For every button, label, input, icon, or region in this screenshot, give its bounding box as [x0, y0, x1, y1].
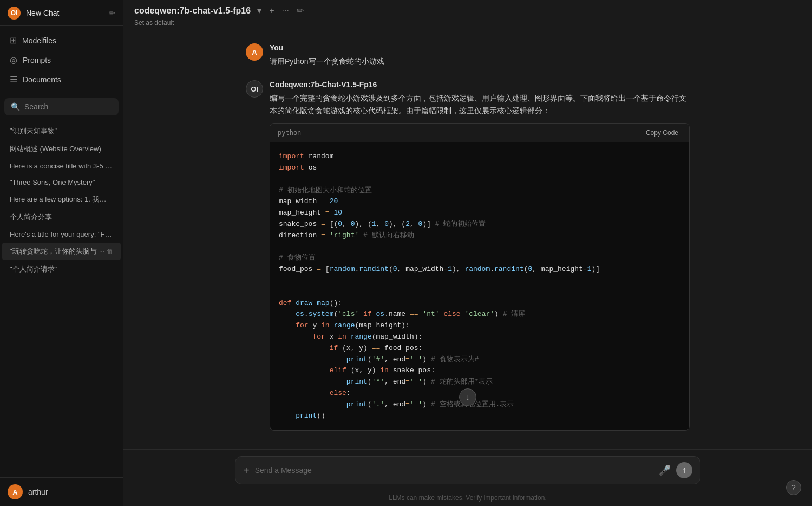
attach-button[interactable]: + — [243, 465, 250, 476]
app-logo: OI — [8, 7, 21, 20]
search-button[interactable]: 🔍 Search — [4, 98, 119, 115]
send-button[interactable]: ↑ — [676, 462, 692, 478]
history-more-icon[interactable]: ··· — [99, 248, 104, 255]
search-icon: 🔍 — [11, 102, 20, 111]
history-item-2[interactable]: 网站概述 (Website Overview) — [2, 140, 121, 158]
avatar: A — [8, 484, 23, 499]
user-profile[interactable]: A arthur — [0, 477, 123, 506]
history-item-5[interactable]: Here are a few options: 1. 我是AI话 — [2, 191, 121, 208]
new-chat-button[interactable]: OI New Chat ✏ — [0, 0, 123, 26]
message-input[interactable] — [255, 466, 652, 475]
history-item-3[interactable]: Here is a concise title with 3-5 word — [2, 158, 121, 174]
modelfiles-icon: ⊞ — [10, 35, 17, 46]
assistant-author: Codeqwen:7b-Chat-V1.5-Fp16 — [270, 80, 690, 89]
chat-header: codeqwen:7b-chat-v1.5-fp16 ▾ + ··· ✏ Set… — [123, 0, 812, 30]
code-header: python Copy Code — [270, 124, 689, 142]
mic-button[interactable]: 🎤 — [658, 463, 672, 477]
help-button[interactable]: ? — [786, 480, 801, 495]
scroll-to-bottom-button[interactable]: ↓ — [459, 388, 476, 406]
code-language: python — [278, 129, 301, 137]
footer-disclaimer: LLMs can make mistakes. Verify important… — [123, 491, 812, 506]
edit-icon[interactable]: ✏ — [109, 9, 115, 17]
history-item-7[interactable]: Here's a title for your query: "Furry I — [2, 226, 121, 242]
model-dropdown-button[interactable]: ▾ — [255, 3, 264, 18]
sidebar-item-label: Prompts — [23, 56, 51, 64]
assistant-avatar: OI — [246, 80, 263, 98]
sidebar-nav: ⊞ Modelfiles ◎ Prompts ☰ Documents — [0, 26, 123, 94]
chat-area: A You 请用Python写一个贪食蛇的小游戏 OI Codeqwen:7b-… — [123, 30, 812, 449]
message-author: You — [270, 43, 690, 52]
username: arthur — [28, 488, 48, 496]
sidebar: OI New Chat ✏ ⊞ Modelfiles ◎ Prompts ☰ D… — [0, 0, 123, 506]
add-model-button[interactable]: + — [267, 4, 276, 18]
message-input-container: + 🎤 ↑ — [235, 456, 700, 484]
edit-chat-button[interactable]: ✏ — [294, 3, 306, 18]
documents-icon: ☰ — [10, 74, 17, 85]
assistant-intro-text: 编写一个完整的贪食蛇小游戏涉及到多个方面，包括游戏逻辑、用户输入处理、图形界面等… — [270, 92, 690, 116]
sidebar-item-documents[interactable]: ☰ Documents — [2, 70, 121, 89]
search-label: Search — [24, 102, 48, 111]
user-message-text: 请用Python写一个贪食蛇的小游戏 — [270, 55, 690, 67]
prompts-icon: ◎ — [10, 55, 17, 65]
input-area: + 🎤 ↑ — [123, 449, 812, 491]
user-message: A You 请用Python写一个贪食蛇的小游戏 — [235, 43, 700, 67]
code-body: import random import os # 初始化地图大小和蛇的位置 m… — [270, 142, 689, 430]
set-default-label[interactable]: Set as default — [134, 19, 306, 27]
history-item-6[interactable]: 个人简介分享 — [2, 209, 121, 226]
user-avatar: A — [246, 43, 263, 61]
assistant-message: OI Codeqwen:7b-Chat-V1.5-Fp16 编写一个完整的贪食蛇… — [235, 80, 700, 431]
chat-wrapper: A You 请用Python写一个贪食蛇的小游戏 OI Codeqwen:7b-… — [123, 30, 812, 449]
code-block: python Copy Code import random import os… — [270, 123, 690, 431]
sidebar-item-prompts[interactable]: ◎ Prompts — [2, 50, 121, 69]
more-options-button[interactable]: ··· — [280, 4, 291, 18]
main-panel: codeqwen:7b-chat-v1.5-fp16 ▾ + ··· ✏ Set… — [123, 0, 812, 506]
history-item-9[interactable]: "个人简介请求" — [2, 261, 121, 278]
copy-code-button[interactable]: Copy Code — [643, 128, 682, 138]
sidebar-item-modelfiles[interactable]: ⊞ Modelfiles — [2, 31, 121, 50]
new-chat-label: New Chat — [26, 9, 59, 17]
history-item-8[interactable]: "玩转贪吃蛇，让你的头脑与 ··· 🗑 — [2, 243, 121, 260]
sidebar-item-label: Modelfiles — [22, 36, 56, 45]
history-item-4[interactable]: "Three Sons, One Mystery" — [2, 174, 121, 190]
model-name: codeqwen:7b-chat-v1.5-fp16 — [134, 6, 251, 16]
chat-history: "识别未知事物" 网站概述 (Website Overview) Here is… — [0, 120, 123, 477]
history-delete-icon[interactable]: 🗑 — [107, 248, 113, 255]
sidebar-item-label: Documents — [23, 75, 61, 84]
history-item-1[interactable]: "识别未知事物" — [2, 122, 121, 140]
